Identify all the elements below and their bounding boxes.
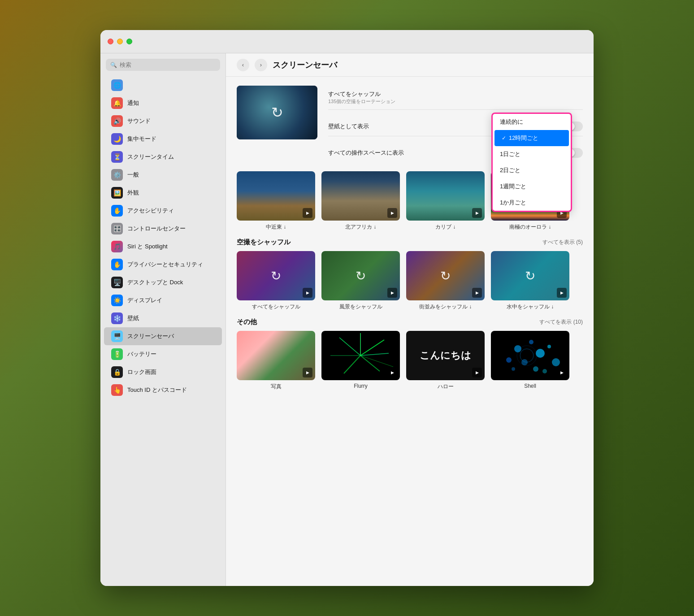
sidebar-label-display: ディスプレイ [127, 296, 162, 304]
back-button[interactable]: ‹ [237, 59, 249, 71]
globe-icon: 🌐 [111, 79, 123, 91]
search-box[interactable]: 🔍 [106, 59, 220, 71]
dropdown-label: 1日ごと [500, 150, 520, 158]
sidebar-item-desktop[interactable]: 🖥️ デスクトップと Dock [104, 273, 222, 291]
dropdown-item-continuous[interactable]: 連続的に [493, 114, 571, 130]
sidebar-item-globe[interactable]: 🌐 [104, 76, 222, 94]
dropdown-menu: 連続的に ✓ 12時間ごと 1日ごと 2日ごと 1週 [491, 113, 572, 212]
play-badge: ▶ [472, 288, 482, 298]
dropdown-item-1d[interactable]: 1日ごと [493, 146, 571, 162]
screentime-icon: ⏳ [111, 151, 123, 163]
sidebar-label-battery: バッテリー [127, 350, 156, 358]
content-body: ↻ すべてをシャッフル 135個の空撮をローテーション 壁紙として表示 [226, 77, 594, 586]
sidebar-item-display[interactable]: ☀️ ディスプレイ [104, 291, 222, 309]
sidebar-label-siri: Siri と Spotlight [127, 243, 168, 251]
other-item-shell[interactable]: ▶ Shell [491, 331, 569, 390]
sidebar-item-screentime[interactable]: ⏳ スクリーンタイム [104, 148, 222, 166]
sidebar-item-accessibility[interactable]: ✋ アクセシビリティ [104, 202, 222, 220]
svg-line-5 [344, 356, 360, 373]
svg-point-13 [506, 357, 512, 363]
other-thumb-flurry: ▶ [321, 331, 400, 380]
sidebar-label-focus: 集中モード [127, 135, 156, 143]
shuffle-label-landscape: 風景をシャッフル [339, 303, 382, 311]
sidebar-item-focus[interactable]: 🌙 集中モード [104, 130, 222, 148]
sidebar-label-wallpaper: 壁紙 [127, 314, 139, 322]
sidebar-item-general[interactable]: ⚙️ 一般 [104, 166, 222, 184]
other-item-hello[interactable]: こんにちは ▶ ハロー [406, 331, 485, 390]
sidebar-label-notification: 通知 [127, 99, 139, 107]
title-bar [100, 30, 594, 53]
focus-icon: 🌙 [111, 133, 123, 145]
refresh-icon: ↻ [271, 104, 283, 121]
other-label-photos: 写真 [271, 383, 282, 390]
sidebar-item-touchid[interactable]: 👆 Touch ID とパスコード [104, 381, 222, 399]
shuffle-see-all-button[interactable]: すべてを表示 (5) [542, 239, 583, 246]
preview-thumbnail[interactable]: ↻ [237, 86, 317, 139]
shuffle-item-landscape[interactable]: ↻ ▶ 風景をシャッフル [321, 251, 400, 311]
siri-icon: 🎵 [111, 241, 123, 252]
shuffle-item-all[interactable]: ↻ ▶ すべてをシャッフル [237, 251, 315, 311]
other-label-flurry: Flurry [354, 383, 368, 389]
close-button[interactable] [108, 39, 113, 44]
dropdown-label: 1週間ごと [500, 182, 526, 191]
other-label-hello: ハロー [438, 383, 454, 390]
shuffle-sublabel: 135個の空撮をローテーション [328, 98, 395, 105]
other-see-all-button[interactable]: すべてを表示 (10) [539, 318, 583, 326]
aerial-label-caribbean: カリブ ↓ [435, 223, 455, 231]
sidebar-item-control[interactable]: 🎛️ コントロールセンター [104, 220, 222, 238]
play-badge: ▶ [303, 208, 312, 218]
aerial-item-middleeast[interactable]: ▶ 中近東 ↓ [237, 171, 315, 231]
sidebar-item-appearance[interactable]: 🖼️ 外観 [104, 184, 222, 202]
svg-point-15 [512, 367, 515, 371]
other-thumb-shell: ▶ [491, 331, 569, 380]
sidebar-item-wallpaper[interactable]: ❄️ 壁紙 [104, 309, 222, 327]
shuffle-item-underwater[interactable]: ↻ ▶ 水中をシャッフル ↓ [491, 251, 569, 311]
sidebar-item-notification[interactable]: 🔔 通知 [104, 94, 222, 112]
sidebar-label-sound: サウンド [127, 117, 151, 125]
shuffle-item-city[interactable]: ↻ ▶ 街並みをシャッフル ↓ [406, 251, 485, 311]
svg-point-10 [536, 349, 545, 358]
dropdown-item-2d[interactable]: 2日ごと [493, 162, 571, 178]
display-icon: ☀️ [111, 295, 123, 306]
dropdown-item-1w[interactable]: 1週間ごと [493, 178, 571, 195]
aerial-item-northafrica[interactable]: ▶ 北アフリカ ↓ [321, 171, 400, 231]
svg-line-1 [360, 353, 389, 356]
other-item-photos[interactable]: ▶ 写真 [237, 331, 315, 390]
dropdown-item-1m[interactable]: 1か月ごと [493, 195, 571, 211]
privacy-icon: ✋ [111, 259, 123, 270]
search-input[interactable] [120, 61, 216, 68]
svg-line-7 [360, 356, 393, 367]
maximize-button[interactable] [126, 39, 132, 44]
play-badge: ▶ [472, 368, 482, 377]
sidebar-item-siri[interactable]: 🎵 Siri と Spotlight [104, 238, 222, 256]
sidebar-item-privacy[interactable]: ✋ プライバシーとセキュリティ [104, 256, 222, 273]
forward-button[interactable]: › [255, 59, 267, 71]
shuffle-section-title: 空撮をシャッフル [237, 238, 291, 247]
content-header: ‹ › スクリーンセーバ [226, 53, 594, 77]
svg-point-9 [529, 340, 534, 344]
shuffle-icon: ↻ [525, 269, 535, 283]
sidebar-item-sound[interactable]: 🔊 サウンド [104, 112, 222, 130]
aerial-label-aurora: 南極のオーロラ ↓ [509, 223, 551, 231]
sidebar-item-battery[interactable]: 🔋 バッテリー [104, 345, 222, 363]
aerial-label-middleeast: 中近東 ↓ [266, 223, 286, 231]
sidebar-item-lockscreen[interactable]: 🔒 ロック画面 [104, 363, 222, 381]
sidebar-label-desktop: デスクトップと Dock [127, 278, 183, 286]
notification-icon: 🔔 [111, 97, 123, 109]
other-label-shell: Shell [524, 383, 536, 389]
dropdown-item-12h[interactable]: ✓ 12時間ごと [494, 130, 569, 146]
control-icon: 🎛️ [111, 223, 123, 234]
play-badge: ▶ [387, 288, 397, 298]
aerial-item-caribbean[interactable]: ▶ カリブ ↓ [406, 171, 485, 231]
sidebar-label-accessibility: アクセシビリティ [127, 207, 174, 215]
shuffle-grid: ↻ ▶ すべてをシャッフル ↻ ▶ 風景をシャッフル [237, 251, 583, 311]
sound-icon: 🔊 [111, 115, 123, 127]
minimize-button[interactable] [117, 39, 123, 44]
play-badge: ▶ [387, 368, 397, 377]
sidebar-label-screentime: スクリーンタイム [127, 153, 174, 161]
screensaver-icon: 🖥️ [111, 330, 123, 342]
other-item-flurry[interactable]: ▶ Flurry [321, 331, 400, 390]
aerial-thumb-middleeast: ▶ [237, 171, 315, 221]
sidebar-item-screensaver[interactable]: 🖥️ スクリーンセーバ [104, 327, 222, 345]
other-thumb-hello: こんにちは ▶ [406, 331, 485, 380]
